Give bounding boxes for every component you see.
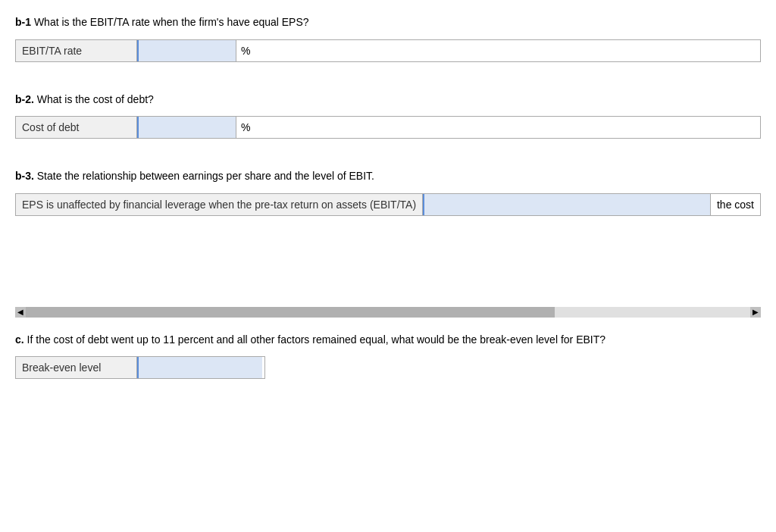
c-input-label: Break-even level bbox=[16, 357, 137, 378]
c-label: c. bbox=[15, 333, 24, 346]
b2-question-text: What is the cost of debt? bbox=[37, 93, 154, 105]
b3-input-field[interactable] bbox=[423, 194, 710, 215]
b3-label: b-3. bbox=[15, 170, 34, 182]
b1-input-row: EBIT/TA rate % bbox=[15, 39, 761, 62]
b3-question-text: State the relationship between earnings … bbox=[37, 170, 374, 182]
b2-input-label: Cost of debt bbox=[16, 117, 137, 138]
c-question-text: If the cost of debt went up to 11 percen… bbox=[27, 333, 605, 346]
b3-question: b-3. State the relationship between earn… bbox=[15, 169, 761, 184]
scrollbar-right-arrow[interactable]: ▶ bbox=[750, 307, 761, 318]
b1-input-field[interactable] bbox=[137, 40, 236, 61]
b2-question: b-2. What is the cost of debt? bbox=[15, 92, 761, 108]
b1-question: b-1 What is the EBIT/TA rate when the fi… bbox=[15, 15, 761, 30]
b3-input-prefix: EPS is unaffected by financial leverage … bbox=[16, 194, 423, 215]
b2-label: b-2. bbox=[15, 93, 34, 105]
b3-input-row: EPS is unaffected by financial leverage … bbox=[15, 193, 761, 216]
b2-unit: % bbox=[236, 117, 255, 138]
b1-question-text: What is the EBIT/TA rate when the firm's… bbox=[34, 16, 309, 28]
c-question: c. If the cost of debt went up to 11 per… bbox=[15, 333, 761, 348]
b1-input-label: EBIT/TA rate bbox=[16, 40, 137, 61]
b2-input-field[interactable] bbox=[137, 117, 236, 138]
scrollbar-track[interactable] bbox=[26, 307, 750, 318]
b1-label: b-1 bbox=[15, 16, 31, 28]
c-input-row: Break-even level bbox=[15, 356, 265, 379]
b1-unit: % bbox=[236, 40, 255, 61]
scrollbar-thumb[interactable] bbox=[26, 307, 555, 318]
b3-input-suffix: the cost bbox=[710, 194, 760, 215]
horizontal-scrollbar[interactable]: ◀ ▶ bbox=[15, 307, 761, 318]
spacer bbox=[15, 231, 761, 292]
c-input-field[interactable] bbox=[137, 357, 262, 378]
scrollbar-left-arrow[interactable]: ◀ bbox=[15, 307, 26, 318]
b2-input-row: Cost of debt % bbox=[15, 116, 761, 139]
